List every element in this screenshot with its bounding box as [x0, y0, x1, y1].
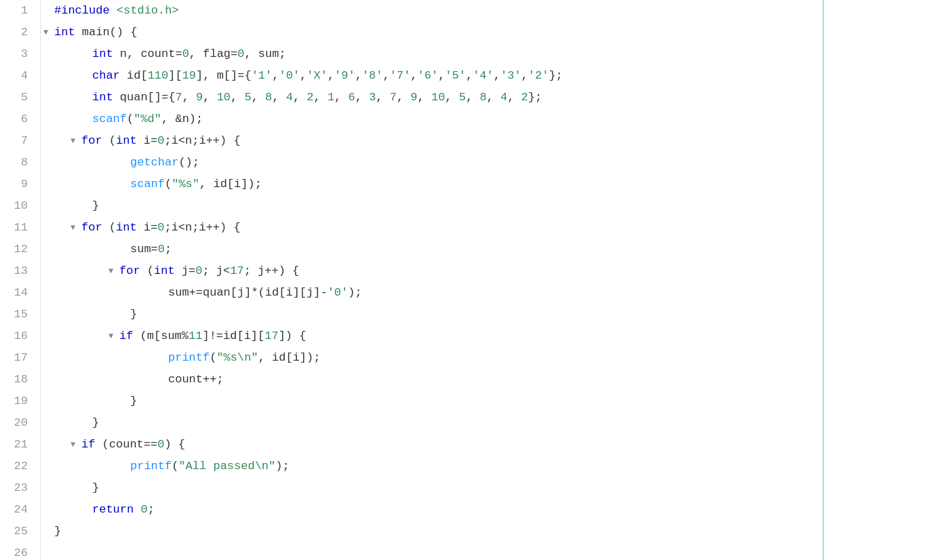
code-line-6: scanf("%d", &n); [54, 108, 929, 130]
line-num-25: 25 [0, 521, 33, 542]
code-line-13: ▼for (int j=0; j<17; j++) { [54, 260, 929, 282]
line-num-1: 1 [0, 0, 33, 22]
code-line-14: sum+=quan[j]*(id[i][j]-'0'); [54, 282, 929, 304]
kw-return-24: return [92, 499, 134, 521]
kw-for-11: for [81, 217, 102, 239]
line-num-23: 23 [0, 477, 33, 499]
line-num-9: 9 [0, 174, 33, 195]
line-num-22: 22 [0, 456, 33, 477]
code-line-9: scanf("%s", id[i]); [54, 174, 929, 195]
line-num-4: 4 [0, 65, 33, 87]
line-num-17: 17 [0, 347, 33, 369]
code-content[interactable]: #include <stdio.h> ▼int main() { int n, … [41, 0, 929, 560]
line-num-15: 15 [0, 304, 33, 325]
code-line-7: ▼for (int i=0;i<n;i++) { [54, 130, 929, 152]
kw-int-3: int [92, 43, 113, 65]
fold-arrow-16[interactable]: ▼ [108, 325, 119, 347]
code-line-16: ▼if (m[sum%11]!=id[i][17]) { [54, 325, 929, 347]
line-num-14: 14 [0, 282, 33, 304]
fn-scanf-6: scanf [92, 108, 127, 130]
code-line-5: int quan[]={7, 9, 10, 5, 8, 4, 2, 1, 6, … [54, 87, 929, 108]
code-line-12: sum=0; [54, 239, 929, 260]
code-line-24: return 0; [54, 499, 929, 521]
line-num-10: 10 [0, 195, 33, 217]
kw-for-13: for [119, 260, 140, 282]
line-num-11: 11 [0, 217, 33, 239]
fn-printf-17: printf [168, 347, 210, 369]
line-num-7: 7 [0, 130, 33, 152]
kw-char-4: char [92, 65, 120, 87]
line-num-18: 18 [0, 369, 33, 391]
line-num-16: 16 [0, 325, 33, 347]
code-line-3: int n, count=0, flag=0, sum; [54, 43, 929, 65]
code-line-2: ▼int main() { [54, 22, 929, 43]
line-num-21: 21 [0, 434, 33, 456]
line-num-6: 6 [0, 108, 33, 130]
line-num-2: 2 [0, 22, 33, 43]
kw-int-2: int [54, 22, 75, 43]
line-num-13: 13 [0, 260, 33, 282]
code-line-15: } [54, 304, 929, 325]
code-line-8: getchar(); [54, 152, 929, 174]
code-line-25: } [54, 521, 929, 542]
fold-arrow-11[interactable]: ▼ [71, 217, 81, 239]
line-num-24: 24 [0, 499, 33, 521]
fold-arrow-2[interactable]: ▼ [43, 22, 54, 43]
code-line-21: ▼if (count==0) { [54, 434, 929, 456]
line-num-5: 5 [0, 87, 33, 108]
fn-scanf-9: scanf [130, 174, 165, 195]
code-line-20: } [54, 412, 929, 434]
line-numbers-panel: 1 2 3 4 5 6 7 8 9 10 11 12 13 14 15 16 1… [0, 0, 41, 560]
kw-int-5: int [92, 87, 113, 108]
code-line-26 [54, 542, 929, 560]
code-line-19: } [54, 391, 929, 412]
code-line-17: printf("%s\n", id[i]); [54, 347, 929, 369]
line-num-12: 12 [0, 239, 33, 260]
fold-arrow-7[interactable]: ▼ [71, 130, 81, 152]
right-guide-line [823, 0, 824, 560]
kw-if-16: if [119, 325, 133, 347]
line-num-19: 19 [0, 391, 33, 412]
fold-arrow-13[interactable]: ▼ [108, 260, 119, 282]
line-num-20: 20 [0, 412, 33, 434]
code-line-22: printf("All passed\n"); [54, 456, 929, 477]
fn-printf-22: printf [130, 456, 172, 477]
line-num-3: 3 [0, 43, 33, 65]
line-num-26: 26 [0, 542, 33, 560]
code-line-23: } [54, 477, 929, 499]
kw-for-7: for [81, 130, 102, 152]
line-num-8: 8 [0, 152, 33, 174]
fold-arrow-21[interactable]: ▼ [71, 434, 81, 456]
code-editor: 1 2 3 4 5 6 7 8 9 10 11 12 13 14 15 16 1… [0, 0, 929, 560]
code-line-4: char id[110][19], m[]={'1','0','X','9','… [54, 65, 929, 87]
code-line-1: #include <stdio.h> [54, 0, 929, 22]
code-line-10: } [54, 195, 929, 217]
code-line-11: ▼for (int i=0;i<n;i++) { [54, 217, 929, 239]
preprocessor-include: #include [54, 0, 117, 22]
kw-if-21: if [81, 434, 95, 456]
fn-getchar-8: getchar [130, 152, 178, 174]
include-path: <stdio.h> [117, 0, 179, 22]
code-line-18: count++; [54, 369, 929, 391]
